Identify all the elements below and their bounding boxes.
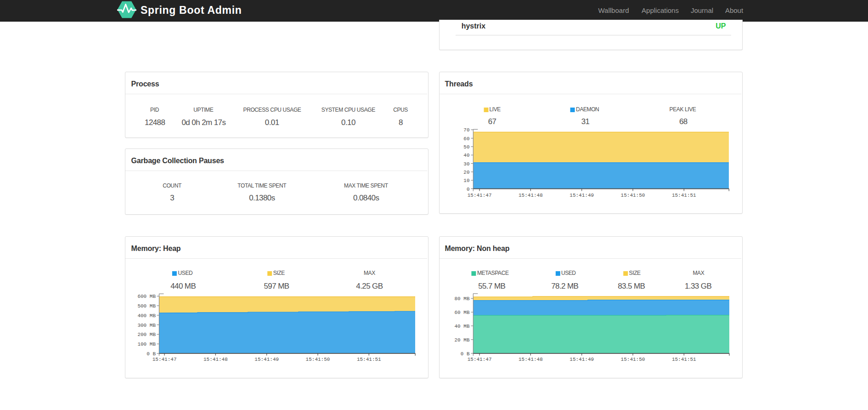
svg-text:15:41:48: 15:41:48 (203, 357, 228, 362)
svg-text:0 B: 0 B (461, 351, 470, 357)
svg-text:15:41:47: 15:41:47 (152, 357, 177, 362)
svg-text:15:41:48: 15:41:48 (519, 357, 543, 362)
svg-text:500 MB: 500 MB (137, 303, 156, 309)
svg-text:15:41:49: 15:41:49 (569, 193, 594, 198)
svg-text:15:41:48: 15:41:48 (519, 193, 543, 198)
svg-text:15:41:50: 15:41:50 (621, 357, 645, 362)
svg-text:100 MB: 100 MB (137, 342, 156, 347)
svg-text:40 MB: 40 MB (454, 324, 469, 329)
svg-text:15:41:51: 15:41:51 (357, 357, 381, 362)
svg-text:80 MB: 80 MB (454, 296, 469, 302)
svg-text:15:41:49: 15:41:49 (254, 357, 279, 362)
svg-text:50: 50 (463, 144, 469, 150)
svg-text:200 MB: 200 MB (137, 332, 156, 337)
svg-text:15:41:47: 15:41:47 (468, 357, 492, 362)
svg-text:15:41:51: 15:41:51 (672, 193, 696, 198)
svg-text:15:41:49: 15:41:49 (569, 357, 594, 362)
svg-text:15:41:47: 15:41:47 (468, 193, 492, 198)
svg-text:30: 30 (463, 161, 469, 167)
svg-text:600 MB: 600 MB (137, 294, 156, 299)
svg-text:10: 10 (463, 178, 469, 183)
svg-text:400 MB: 400 MB (137, 313, 156, 319)
svg-text:20 MB: 20 MB (454, 337, 469, 343)
svg-text:15:41:50: 15:41:50 (306, 357, 330, 362)
svg-text:0 B: 0 B (147, 351, 156, 357)
svg-text:15:41:51: 15:41:51 (672, 357, 696, 362)
svg-text:60: 60 (463, 136, 469, 142)
svg-text:40: 40 (463, 153, 469, 158)
svg-text:300 MB: 300 MB (137, 323, 156, 328)
svg-text:60 MB: 60 MB (454, 310, 469, 315)
svg-text:15:41:50: 15:41:50 (621, 193, 645, 198)
svg-text:0: 0 (467, 187, 470, 192)
svg-text:20: 20 (463, 170, 469, 175)
svg-text:70: 70 (463, 127, 469, 133)
